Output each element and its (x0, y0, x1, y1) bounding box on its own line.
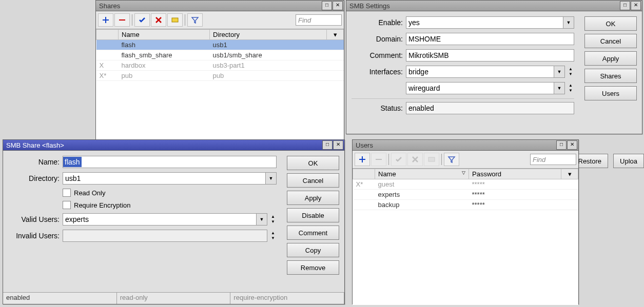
down-icon[interactable]: ▼ (567, 88, 574, 93)
smb-titlebar: SMB Settings □ ✕ (346, 1, 642, 11)
col-name[interactable]: Name (119, 30, 210, 40)
users-table[interactable]: Name ▽ Password ▾ X*guest***** experts**… (353, 169, 578, 210)
label-valid-users: Valid Users: (8, 215, 63, 223)
table-row[interactable]: X*guest***** (353, 179, 578, 190)
dropdown-icon[interactable]: ▼ (554, 66, 565, 78)
col-dir[interactable]: Directory (210, 30, 327, 40)
table-row[interactable]: X*pubpub (96, 71, 344, 81)
disable-button[interactable]: Disable (287, 208, 339, 222)
users-toolbar: Find (353, 151, 578, 169)
maximize-icon[interactable]: □ (322, 140, 333, 150)
invalid-users-select[interactable] (63, 230, 267, 242)
svg-rect-2 (376, 159, 382, 160)
svg-rect-1 (172, 18, 178, 22)
col-menu-icon[interactable]: ▾ (561, 169, 578, 179)
up-icon[interactable]: ▲ (269, 214, 277, 219)
status-display: enabled (406, 102, 574, 114)
enable-icon[interactable] (134, 13, 150, 27)
status-enabled: enabled (3, 293, 117, 304)
enable-select[interactable]: yes (406, 16, 563, 29)
comment-icon[interactable] (167, 13, 183, 27)
col-password[interactable]: Password (469, 169, 561, 179)
col-name[interactable]: Name ▽ (375, 169, 469, 179)
apply-button[interactable]: Apply (287, 191, 339, 205)
copy-button[interactable]: Copy (287, 243, 339, 257)
label-enable: Enable: (352, 18, 406, 27)
label-name: Name: (8, 158, 63, 166)
shares-toolbar: Find (96, 11, 344, 29)
status-encryption: require-encryption (230, 293, 344, 304)
add-icon[interactable] (355, 153, 370, 166)
ok-button[interactable]: OK (287, 156, 339, 170)
table-row[interactable]: experts***** (353, 190, 578, 200)
table-row[interactable]: Xhardboxusb3-part1 (96, 60, 344, 71)
disable-icon[interactable] (151, 13, 166, 27)
enable-icon (391, 153, 406, 166)
down-icon[interactable]: ▼ (269, 219, 277, 224)
upload-label: Uploa (620, 157, 637, 165)
restore-label: Restore (578, 157, 602, 165)
add-icon[interactable] (98, 13, 113, 27)
smb-share-window: SMB Share <flash> □ ✕ Name: flash Direct… (3, 139, 345, 304)
readonly-checkbox[interactable] (63, 189, 71, 197)
interfaces-select-1[interactable]: bridge (406, 66, 554, 78)
smb-side-buttons: OK Cancel Apply Shares Users (579, 11, 642, 124)
users-titlebar: Users □ ✕ (353, 140, 578, 151)
table-row[interactable]: flashusb1 (96, 40, 344, 50)
dropdown-icon[interactable]: ▼ (266, 172, 277, 185)
maximize-icon[interactable]: □ (556, 140, 567, 150)
close-icon[interactable]: ✕ (333, 1, 343, 10)
smb-title: SMB Settings (349, 2, 619, 10)
up-icon[interactable]: ▲ (269, 231, 277, 236)
table-row[interactable]: backup***** (353, 200, 578, 210)
ok-button[interactable]: OK (584, 16, 637, 31)
dropdown-icon[interactable]: ▼ (563, 16, 574, 29)
shares-window: Shares □ ✕ Find Name Directory ▾ flashus… (95, 0, 344, 139)
users-window: Users □ ✕ Find Name ▽ Password ▾ X*guest… (352, 139, 579, 304)
close-icon[interactable]: ✕ (333, 140, 343, 150)
comment-input[interactable]: MikrotikSMB (406, 49, 574, 62)
filter-icon[interactable] (187, 13, 203, 27)
col-flag[interactable] (96, 30, 119, 40)
filter-icon[interactable] (444, 153, 459, 166)
find-input[interactable]: Find (296, 14, 342, 26)
name-input[interactable]: flash (63, 156, 277, 168)
cancel-button[interactable]: Cancel (287, 173, 339, 188)
up-icon[interactable]: ▲ (567, 67, 574, 72)
domain-input[interactable]: MSHOME (406, 33, 574, 45)
users-button[interactable]: Users (584, 86, 637, 100)
remove-icon (371, 153, 386, 166)
comment-button[interactable]: Comment (287, 226, 339, 240)
col-menu-icon[interactable]: ▾ (327, 30, 344, 40)
cancel-button[interactable]: Cancel (584, 34, 637, 48)
require-encryption-checkbox[interactable] (63, 201, 71, 209)
maximize-icon[interactable]: □ (620, 1, 630, 10)
col-flag[interactable] (353, 169, 375, 179)
interfaces-select-2[interactable]: wireguard (406, 82, 554, 94)
dropdown-icon[interactable]: ▼ (554, 82, 565, 94)
apply-button[interactable]: Apply (584, 51, 637, 66)
up-icon[interactable]: ▲ (567, 83, 574, 88)
upload-button[interactable]: Uploa (613, 154, 644, 168)
find-input[interactable]: Find (530, 154, 576, 165)
remove-icon[interactable] (114, 13, 130, 27)
shares-titlebar: Shares □ ✕ (96, 1, 344, 11)
directory-select[interactable]: usb1 (63, 172, 266, 185)
maximize-icon[interactable]: □ (322, 1, 332, 10)
comment-icon (424, 153, 439, 166)
smb-settings-window: SMB Settings □ ✕ Enable: yes ▼ Domain: M… (346, 0, 642, 134)
table-row[interactable]: flash_smb_shareusb1/smb_share (96, 50, 344, 60)
label-readonly: Read Only (74, 189, 105, 197)
down-icon[interactable]: ▼ (269, 236, 277, 241)
shares-button[interactable]: Shares (584, 69, 637, 83)
dropdown-icon[interactable]: ▼ (257, 213, 267, 226)
label-reqenc: Require Encryption (74, 201, 131, 209)
share-statusbar: enabled read-only require-encryption (3, 292, 344, 304)
remove-button[interactable]: Remove (287, 260, 339, 275)
down-icon[interactable]: ▼ (567, 72, 574, 77)
label-status: Status: (352, 104, 406, 112)
close-icon[interactable]: ✕ (631, 1, 641, 10)
valid-users-select[interactable]: experts (63, 213, 257, 226)
shares-table[interactable]: Name Directory ▾ flashusb1 flash_smb_sha… (96, 29, 344, 81)
close-icon[interactable]: ✕ (567, 140, 577, 150)
